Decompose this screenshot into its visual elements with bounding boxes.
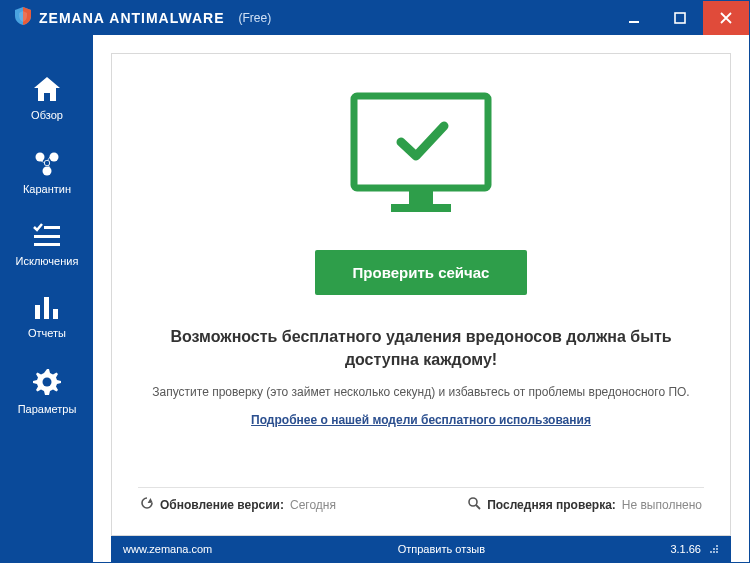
sidebar-item-label: Обзор (31, 109, 63, 121)
svg-rect-8 (34, 235, 60, 238)
update-label: Обновление версии: (160, 498, 284, 512)
svg-point-3 (36, 153, 45, 162)
sidebar-item-label: Исключения (16, 255, 79, 267)
sidebar: Обзор Карантин (1, 35, 93, 562)
bottom-bar: www.zemana.com Отправить отзыв 3.1.66 (111, 536, 731, 562)
resize-grip-icon[interactable] (709, 544, 719, 554)
sidebar-item-overview[interactable]: Обзор (1, 71, 93, 125)
svg-rect-7 (44, 226, 60, 229)
maximize-button[interactable] (657, 1, 703, 35)
minimize-button[interactable] (611, 1, 657, 35)
update-status: Обновление версии: Сегодня (140, 496, 336, 513)
main-area: Проверить сейчас Возможность бесплатного… (93, 35, 749, 562)
svg-point-21 (716, 548, 718, 550)
svg-rect-10 (35, 305, 40, 319)
sidebar-item-reports[interactable]: Отчеты (1, 291, 93, 343)
svg-point-19 (716, 545, 718, 547)
close-button[interactable] (703, 1, 749, 35)
svg-point-5 (43, 167, 52, 176)
app-body: Обзор Карантин (1, 35, 749, 562)
svg-rect-11 (44, 297, 49, 319)
biohazard-icon (32, 149, 62, 177)
home-icon (32, 75, 62, 103)
headline-text: Возможность бесплатного удаления вредоно… (138, 325, 704, 371)
update-value: Сегодня (290, 498, 336, 512)
svg-point-17 (469, 498, 477, 506)
app-window: ZEMANA ANTIMALWARE (Free) Обзор (0, 0, 750, 563)
sidebar-item-quarantine[interactable]: Карантин (1, 145, 93, 199)
last-scan-value: Не выполнено (622, 498, 702, 512)
svg-rect-16 (391, 204, 451, 212)
brand-first: ZEMANA (39, 10, 105, 26)
sidebar-item-settings[interactable]: Параметры (1, 363, 93, 419)
learn-more-link[interactable]: Подробнее о нашей модели бесплатного исп… (251, 413, 591, 427)
overview-card: Проверить сейчас Возможность бесплатного… (111, 53, 731, 536)
status-monitor-icon (346, 90, 496, 224)
vendor-url-link[interactable]: www.zemana.com (123, 543, 212, 555)
svg-rect-12 (53, 309, 58, 319)
svg-rect-15 (409, 190, 433, 204)
sidebar-item-label: Отчеты (28, 327, 66, 339)
subtext: Запустите проверку (это займет несколько… (152, 385, 689, 399)
sidebar-item-exclusions[interactable]: Исключения (1, 219, 93, 271)
app-title: ZEMANA ANTIMALWARE (39, 10, 224, 26)
bar-chart-icon (32, 295, 62, 321)
svg-rect-14 (354, 96, 488, 188)
version-label: 3.1.66 (670, 543, 701, 555)
gear-icon (32, 367, 62, 397)
shield-icon (15, 7, 31, 29)
card-footer: Обновление версии: Сегодня Последняя про… (138, 487, 704, 523)
window-controls (611, 1, 749, 35)
refresh-icon (140, 496, 154, 513)
checklist-icon (32, 223, 62, 249)
edition-label: (Free) (238, 11, 271, 25)
svg-point-22 (710, 551, 712, 553)
app-logo: ZEMANA ANTIMALWARE (Free) (15, 7, 271, 29)
svg-rect-0 (629, 21, 639, 23)
svg-point-4 (50, 153, 59, 162)
last-scan-status: Последняя проверка: Не выполнено (467, 496, 702, 513)
search-icon (467, 496, 481, 513)
sidebar-item-label: Карантин (23, 183, 71, 195)
svg-rect-9 (34, 243, 60, 246)
svg-point-23 (713, 551, 715, 553)
svg-point-20 (713, 548, 715, 550)
send-feedback-link[interactable]: Отправить отзыв (212, 543, 670, 555)
svg-point-24 (716, 551, 718, 553)
svg-point-13 (43, 378, 52, 387)
svg-point-6 (45, 161, 49, 165)
sidebar-item-label: Параметры (18, 403, 77, 415)
svg-line-18 (476, 505, 480, 509)
titlebar: ZEMANA ANTIMALWARE (Free) (1, 1, 749, 35)
svg-rect-1 (675, 13, 685, 23)
last-scan-label: Последняя проверка: (487, 498, 616, 512)
brand-second: ANTIMALWARE (109, 10, 224, 26)
scan-now-button[interactable]: Проверить сейчас (315, 250, 528, 295)
